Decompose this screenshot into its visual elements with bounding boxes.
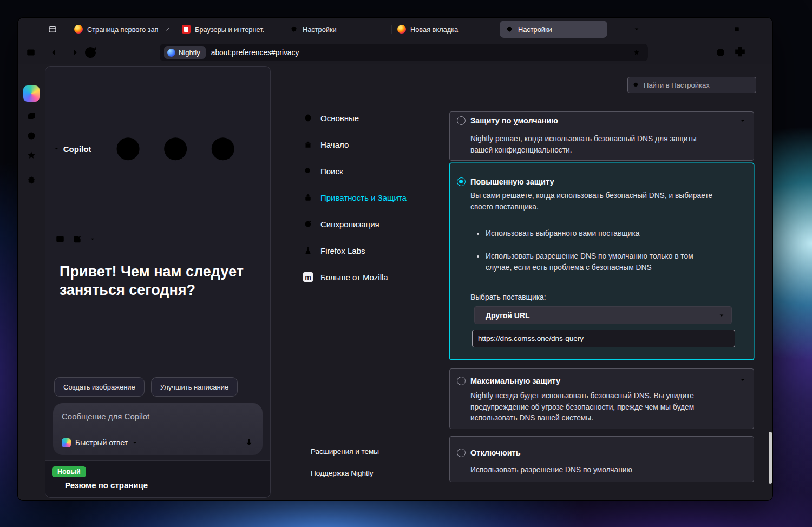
app-menu-button[interactable] (751, 44, 768, 61)
copilot-title: Copilot (63, 144, 91, 154)
radio-increased-protection[interactable] (457, 177, 466, 186)
list-all-tabs-button[interactable] (629, 22, 644, 37)
chevron-down-icon[interactable] (90, 236, 95, 242)
bookmarks-rail-button[interactable] (27, 150, 36, 160)
dns-option-default[interactable]: Защиту по умолчанию Nightly решает, когд… (449, 111, 754, 161)
settings-nav-sync[interactable]: Синхронизация (275, 213, 432, 235)
provider-select-value: Другой URL (486, 311, 718, 320)
synced-tabs-rail-button[interactable] (27, 111, 36, 121)
tab-title: Настройки (303, 25, 374, 34)
radio-default-protection[interactable] (457, 116, 466, 125)
expand-chevron-icon[interactable] (739, 116, 746, 126)
sidebar-settings-rail-button[interactable] (27, 175, 36, 185)
dns-option-off[interactable]: Отключюить Использовать разрешение DNS п… (449, 436, 754, 482)
new-tab-button[interactable] (611, 22, 626, 37)
reload-button[interactable] (82, 44, 99, 61)
settings-nav-footer: Расширения и темы Поддержка Nightly (275, 442, 379, 482)
account-button[interactable] (712, 44, 729, 61)
nav-label: Основные (320, 114, 359, 123)
tab-browsers-article[interactable]: Браузеры и интернет. Ска (176, 21, 284, 38)
radio-max-protection[interactable] (457, 377, 466, 385)
custom-dns-url-input[interactable] (472, 330, 735, 347)
settings-nav-general[interactable]: Основные (275, 107, 432, 129)
tab-first-run[interactable]: Страница первого запуска (69, 21, 176, 38)
page-summary-suggestion[interactable]: Новый Резюме по странице (45, 460, 270, 497)
nightly-logo-icon (167, 49, 175, 57)
close-tab-icon[interactable] (162, 24, 173, 35)
close-tab-icon[interactable] (270, 24, 281, 35)
close-panel-icon[interactable] (256, 145, 261, 153)
url-input[interactable] (211, 49, 630, 57)
firefox-view-icon (48, 25, 57, 34)
extensions-button[interactable] (731, 44, 749, 61)
firefox-view-button[interactable] (44, 21, 61, 37)
option-bullet: Использовать выбранного вами поставщика (477, 228, 710, 240)
bookmark-star-button[interactable] (630, 45, 644, 60)
settings-search-input[interactable] (644, 81, 751, 89)
gear-favicon (290, 25, 298, 34)
settings-nav-privacy[interactable]: Приватность и Защита (275, 187, 432, 208)
flask-icon (303, 246, 313, 255)
response-mode-select[interactable]: Быстрый ответ (75, 438, 128, 447)
firefox-favicon (397, 25, 406, 34)
close-tab-icon[interactable] (486, 24, 496, 35)
settings-nav-more-from-mozilla[interactable]: m Больше от Mozilla (275, 266, 432, 288)
more-options-icon[interactable] (100, 73, 251, 225)
provider-select[interactable]: Другой URL (474, 306, 732, 324)
expand-chevron-icon[interactable] (739, 376, 746, 385)
microphone-icon[interactable] (244, 438, 254, 447)
forward-button[interactable] (64, 44, 82, 61)
chevron-down-icon[interactable] (132, 440, 137, 445)
nightly-badge: Nightly (164, 46, 206, 59)
close-tab-icon[interactable] (593, 24, 604, 35)
close-window-button[interactable] (749, 18, 772, 41)
attach-plus-icon[interactable] (230, 438, 240, 447)
reload-icon (82, 44, 99, 61)
option-label: Максимальную защиту (470, 376, 560, 386)
settings-search[interactable] (627, 77, 756, 93)
nav-label: Firefox Labs (320, 246, 365, 255)
settings-nav-search[interactable]: Поиск (275, 160, 432, 182)
gear-icon (27, 175, 36, 185)
nav-label: Начало (320, 140, 349, 149)
settings-nav-list: Основные Начало Поиск Приватность и Защи… (275, 65, 432, 288)
sidebar-toggle-button[interactable] (22, 44, 40, 61)
new-chat-icon[interactable] (73, 234, 82, 244)
scrollbar-thumb[interactable] (769, 432, 772, 484)
tab-new-tab[interactable]: Новая вкладка (392, 21, 500, 38)
tab-bar: Страница первого запуска Браузеры и инте… (18, 18, 772, 41)
copilot-rail-button[interactable] (23, 85, 40, 102)
tab-title: Страница первого запуска (87, 25, 158, 34)
sync-icon (303, 219, 313, 229)
composer-controls: Быстрый ответ (62, 438, 254, 447)
close-tab-icon[interactable] (378, 24, 389, 35)
chevron-down-icon[interactable] (54, 146, 59, 152)
conversations-sidebar-icon[interactable] (55, 234, 65, 244)
settings-nav-home[interactable]: Начало (275, 134, 432, 155)
toolbar-right-buttons (712, 44, 768, 61)
minimize-button[interactable] (701, 18, 725, 41)
settings-content: Защиту по умолчанию Nightly решает, когд… (432, 65, 772, 500)
tab-settings-1[interactable]: Настройки (284, 21, 392, 38)
window-body: Copilot Привет! Чем нам следует заняться… (18, 65, 772, 500)
plus-icon (614, 25, 622, 33)
copilot-suggestion-chips: Создать изображение Улучшить написание (45, 377, 270, 397)
tab-settings-active[interactable]: Настройки (500, 21, 607, 38)
improve-writing-chip[interactable]: Улучшить написание (151, 377, 238, 397)
radio-off[interactable] (457, 449, 466, 457)
home-icon (303, 140, 313, 149)
maximize-button[interactable] (725, 18, 749, 41)
dns-option-increased[interactable]: Повышенную защиту Вы сами решаете, когда… (449, 163, 754, 360)
back-button[interactable] (47, 44, 64, 61)
url-bar[interactable]: Nightly (160, 44, 648, 61)
copilot-greeting: Привет! Чем нам следует заняться сегодня… (60, 262, 249, 299)
copilot-header: Copilot (45, 67, 270, 229)
dns-option-max[interactable]: Максимальную защиту Nightly всегда будет… (449, 368, 754, 429)
nightly-support-link[interactable]: Поддержка Nightly (275, 464, 379, 482)
settings-nav-firefox-labs[interactable]: Firefox Labs (275, 240, 432, 261)
copilot-message-input[interactable] (62, 412, 254, 421)
extensions-themes-link[interactable]: Расширения и темы (275, 442, 379, 460)
create-image-chip[interactable]: Создать изображение (54, 377, 145, 397)
history-rail-button[interactable] (27, 131, 36, 141)
option-label: Защиту по умолчанию (470, 115, 558, 126)
